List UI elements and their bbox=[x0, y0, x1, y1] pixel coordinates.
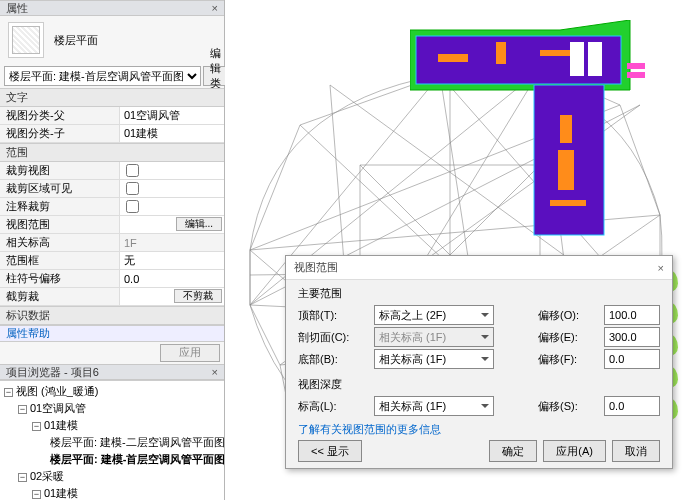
tree-toggle-icon[interactable]: − bbox=[18, 473, 27, 482]
properties-apply-button[interactable]: 应用 bbox=[160, 344, 220, 362]
offset-s-input[interactable] bbox=[604, 396, 660, 416]
k-view-range: 视图范围 bbox=[0, 216, 120, 233]
browser-close-icon[interactable]: × bbox=[212, 366, 218, 378]
chk-annotation-crop[interactable] bbox=[126, 200, 139, 213]
tree-toggle-icon[interactable]: − bbox=[18, 405, 27, 414]
top-label: 顶部(T): bbox=[298, 308, 368, 323]
type-icon-label: 楼层平面 bbox=[54, 33, 98, 48]
offset-s-label: 偏移(S): bbox=[538, 399, 598, 414]
svg-rect-8 bbox=[560, 115, 572, 143]
v-assoc-level: 1F bbox=[120, 234, 224, 251]
offset-o-label: 偏移(O): bbox=[538, 308, 598, 323]
dialog-close-icon[interactable]: × bbox=[658, 262, 664, 274]
tree-root[interactable]: 视图 (鸿业_暖通) bbox=[16, 385, 99, 397]
k-view-class-parent: 视图分类-父 bbox=[0, 107, 120, 124]
view-depth-label: 视图深度 bbox=[298, 377, 660, 392]
top-select[interactable]: 标高之上 (2F) bbox=[374, 305, 494, 325]
k-column-offset: 柱符号偏移 bbox=[0, 270, 120, 287]
crop-clip-button[interactable]: 不剪裁 bbox=[174, 289, 222, 303]
bottom-label: 底部(B): bbox=[298, 352, 368, 367]
offset-f-input[interactable] bbox=[604, 349, 660, 369]
primary-range-label: 主要范围 bbox=[298, 286, 660, 301]
properties-panel-title: 属性 × bbox=[0, 0, 224, 16]
tree-item-active[interactable]: 楼层平面: 建模-首层空调风管平面图 bbox=[50, 453, 224, 465]
apply-button[interactable]: 应用(A) bbox=[543, 440, 606, 462]
v-view-class-child[interactable] bbox=[124, 128, 220, 140]
k-view-class-child: 视图分类-子 bbox=[0, 125, 120, 142]
project-browser[interactable]: −视图 (鸿业_暖通) −01空调风管 −01建模 楼层平面: 建模-二层空调风… bbox=[0, 380, 224, 500]
svg-rect-3 bbox=[496, 42, 506, 64]
tree-item[interactable]: 楼层平面: 建模-二层空调风管平面图 bbox=[50, 436, 224, 448]
svg-rect-9 bbox=[558, 150, 574, 190]
left-panel-stack: 属性 × 楼层平面 楼层平面: 建模-首层空调风管平面图 编辑类型 文字 视图分… bbox=[0, 0, 225, 500]
pink-marker-icon bbox=[627, 72, 645, 78]
cancel-button[interactable]: 取消 bbox=[612, 440, 660, 462]
tree-g1[interactable]: 01空调风管 bbox=[30, 402, 86, 414]
learn-more-link[interactable]: 了解有关视图范围的更多信息 bbox=[298, 422, 660, 437]
group-extent[interactable]: 范围 bbox=[0, 143, 224, 162]
k-assoc-level: 相关标高 bbox=[0, 234, 120, 251]
offset-o-input[interactable] bbox=[604, 305, 660, 325]
floorplan-icon bbox=[8, 22, 44, 58]
cut-select: 相关标高 (1F) bbox=[374, 327, 494, 347]
k-crop-region-visible: 裁剪区域可见 bbox=[0, 180, 120, 197]
pink-marker-icon bbox=[627, 63, 645, 69]
k-annotation-crop: 注释裁剪 bbox=[0, 198, 120, 215]
type-selector[interactable]: 楼层平面: 建模-首层空调风管平面图 bbox=[4, 66, 201, 86]
k-crop-clip: 截剪裁 bbox=[0, 288, 120, 305]
group-text[interactable]: 文字 bbox=[0, 88, 224, 107]
tree-toggle-icon[interactable]: − bbox=[32, 490, 41, 499]
properties-type-header[interactable]: 楼层平面 bbox=[0, 16, 224, 64]
v-view-class-parent[interactable] bbox=[124, 110, 220, 122]
k-crop-view: 裁剪视图 bbox=[0, 162, 120, 179]
cut-label: 剖切面(C): bbox=[298, 330, 368, 345]
k-scope-box: 范围框 bbox=[0, 252, 120, 269]
chk-crop-region-visible[interactable] bbox=[126, 182, 139, 195]
v-column-offset[interactable] bbox=[124, 273, 220, 285]
tree-g2[interactable]: 02采暖 bbox=[30, 470, 64, 482]
building-plan-wing bbox=[530, 85, 610, 245]
group-ident[interactable]: 标识数据 bbox=[0, 306, 224, 325]
level-label: 标高(L): bbox=[298, 399, 368, 414]
ok-button[interactable]: 确定 bbox=[489, 440, 537, 462]
dialog-titlebar[interactable]: 视图范围 × bbox=[286, 256, 672, 280]
browser-panel-title: 项目浏览器 - 项目6 × bbox=[0, 364, 224, 380]
dialog-title: 视图范围 bbox=[294, 260, 338, 275]
tree-toggle-icon[interactable]: − bbox=[4, 388, 13, 397]
view-range-dialog: 视图范围 × 主要范围 顶部(T): 标高之上 (2F) 偏移(O): 剖切面(… bbox=[285, 255, 673, 469]
offset-f-label: 偏移(F): bbox=[538, 352, 598, 367]
v-scope-box[interactable] bbox=[124, 255, 220, 267]
svg-rect-2 bbox=[438, 54, 468, 62]
svg-rect-6 bbox=[588, 42, 602, 76]
browser-title-label: 项目浏览器 - 项目6 bbox=[6, 365, 99, 380]
properties-title-label: 属性 bbox=[6, 1, 28, 16]
tree-g1c[interactable]: 01建模 bbox=[44, 419, 78, 431]
tree-toggle-icon[interactable]: − bbox=[32, 422, 41, 431]
view-range-edit-button[interactable]: 编辑... bbox=[176, 217, 222, 231]
offset-e-label: 偏移(E): bbox=[538, 330, 598, 345]
show-button[interactable]: << 显示 bbox=[298, 440, 362, 462]
level-select[interactable]: 相关标高 (1F) bbox=[374, 396, 494, 416]
bottom-select[interactable]: 相关标高 (1F) bbox=[374, 349, 494, 369]
offset-e-input[interactable] bbox=[604, 327, 660, 347]
properties-help-link[interactable]: 属性帮助 bbox=[0, 325, 224, 341]
svg-rect-10 bbox=[550, 200, 586, 206]
properties-close-icon[interactable]: × bbox=[212, 2, 218, 14]
svg-rect-5 bbox=[570, 42, 584, 76]
chk-crop-view[interactable] bbox=[126, 164, 139, 177]
properties-grid: 文字 视图分类-父 视图分类-子 范围 裁剪视图 裁剪区域可见 注释裁剪 视图范… bbox=[0, 88, 224, 325]
tree-g2c[interactable]: 01建模 bbox=[44, 487, 78, 499]
